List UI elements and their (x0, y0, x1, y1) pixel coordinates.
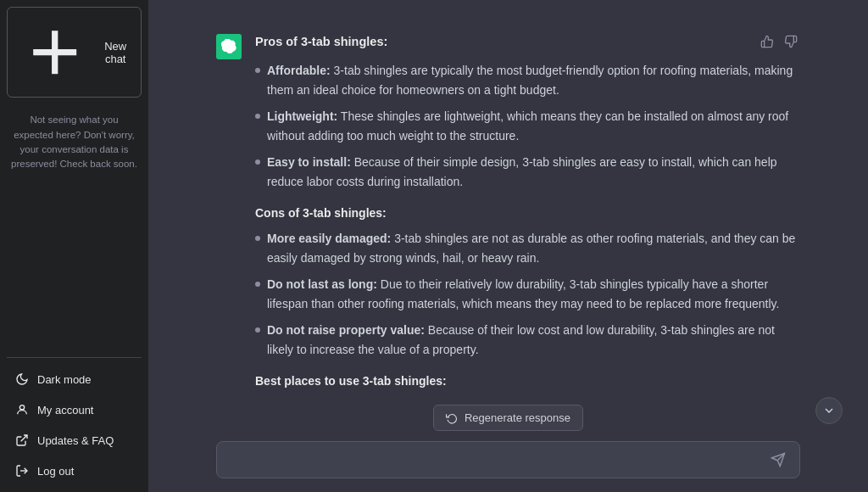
bullet-dot (255, 282, 260, 287)
list-item-text: Easy to install: Because of their simple… (267, 153, 800, 192)
external-link-icon (15, 433, 29, 447)
logout-icon (15, 464, 29, 478)
thumbs-down-button[interactable] (782, 32, 800, 51)
list-item-text: Do not last as long: Due to their relati… (267, 275, 800, 314)
list-item: Lightweight: These shingles are lightwei… (255, 107, 800, 146)
sidebar-item-log-out[interactable]: Log out (7, 456, 142, 485)
thumbs-down-icon (784, 35, 798, 48)
main-content: Pros of 3-tab shingles: Affordable: 3-ta… (148, 0, 868, 492)
message-body: Pros of 3-tab shingles: Affordable: 3-ta… (255, 32, 800, 400)
cons-title: Cons of 3-tab shingles: (255, 204, 800, 223)
send-button[interactable] (769, 450, 787, 469)
moon-icon (15, 372, 29, 386)
list-item: Do not raise property value: Because of … (255, 321, 800, 360)
regenerate-label: Regenerate response (465, 411, 570, 424)
sidebar-item-updates-faq[interactable]: Updates & FAQ (7, 426, 142, 455)
new-chat-button[interactable]: New chat (7, 7, 142, 98)
list-item-text: Small roofs: 3-tab shingles are ideal fo… (267, 396, 791, 400)
list-item-text: Affordable: 3-tab shingles are typically… (267, 61, 800, 100)
pros-title: Pros of 3-tab shingles: (255, 32, 800, 53)
best-title: Best places to use 3-tab shingles: (255, 372, 800, 391)
refresh-icon (446, 412, 458, 424)
thumbs-up-icon (760, 35, 774, 48)
sidebar-item-my-account[interactable]: My account (7, 395, 142, 424)
log-out-label: Log out (37, 465, 74, 478)
list-item: More easily damaged: 3-tab shingles are … (255, 229, 800, 268)
avatar (216, 34, 242, 59)
new-chat-label: New chat (100, 40, 131, 65)
updates-faq-label: Updates & FAQ (37, 434, 114, 447)
bullet-dot (255, 68, 260, 73)
list-item: Small roofs: 3-tab shingles are ideal fo… (255, 396, 800, 400)
svg-line-3 (21, 435, 27, 441)
list-item: Easy to install: Because of their simple… (255, 153, 800, 192)
chat-input[interactable] (229, 451, 762, 469)
bullet-dot (255, 327, 260, 333)
sidebar-bottom: Dark mode My account Updates & FAQ Log o… (7, 357, 142, 485)
regenerate-bar: Regenerate response (148, 400, 868, 433)
sidebar-item-dark-mode[interactable]: Dark mode (7, 365, 142, 394)
chatgpt-logo (221, 39, 236, 54)
list-item-text: Lightweight: These shingles are lightwei… (267, 107, 800, 146)
person-icon (15, 403, 29, 417)
input-area (148, 433, 868, 492)
chevron-down-icon (822, 404, 836, 417)
svg-point-2 (19, 405, 24, 410)
my-account-label: My account (37, 404, 93, 417)
plus-icon (18, 15, 92, 89)
cons-list: More easily damaged: 3-tab shingles are … (255, 229, 800, 361)
assistant-message: Pros of 3-tab shingles: Affordable: 3-ta… (216, 17, 800, 400)
regenerate-button[interactable]: Regenerate response (433, 405, 583, 431)
sidebar: New chat Not seeing what you expected he… (0, 0, 148, 492)
bullet-dot (255, 159, 260, 165)
bullet-dot (255, 114, 260, 119)
input-box (216, 441, 800, 478)
thumbs-up-button[interactable] (758, 32, 776, 51)
send-icon (771, 452, 786, 467)
scroll-down-button[interactable] (815, 397, 843, 424)
list-item: Affordable: 3-tab shingles are typically… (255, 61, 800, 100)
sidebar-notice: Not seeing what you expected here? Don't… (7, 108, 142, 357)
dark-mode-label: Dark mode (37, 373, 92, 386)
best-list: Small roofs: 3-tab shingles are ideal fo… (255, 396, 800, 400)
message-actions (758, 32, 800, 51)
pros-list: Affordable: 3-tab shingles are typically… (255, 61, 800, 193)
list-item-text: More easily damaged: 3-tab shingles are … (267, 229, 800, 268)
bullet-dot (255, 236, 260, 241)
chat-container: Pros of 3-tab shingles: Affordable: 3-ta… (148, 0, 868, 400)
list-item: Do not last as long: Due to their relati… (255, 275, 800, 314)
list-item-text: Do not raise property value: Because of … (267, 321, 800, 360)
